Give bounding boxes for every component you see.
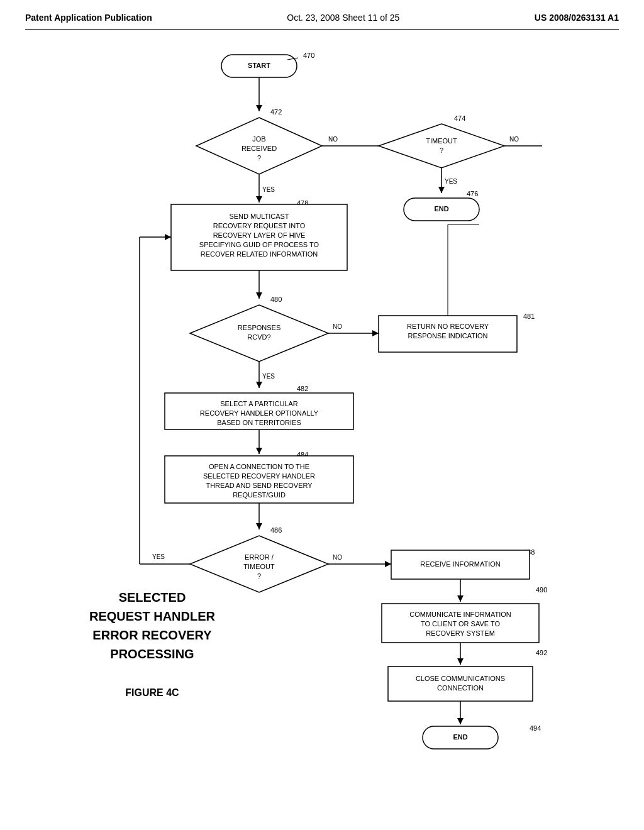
flowchart-svg: START 470 472 JOB RECEIVED ? NO 474 TIME… (26, 42, 618, 797)
svg-text:RCVD?: RCVD? (247, 333, 270, 341)
svg-text:RETURN NO RECOVERY: RETURN NO RECOVERY (407, 323, 489, 330)
svg-text:RECEIVED: RECEIVED (242, 145, 277, 152)
svg-text:COMMUNICATE INFORMATION: COMMUNICATE INFORMATION (409, 611, 511, 618)
svg-text:RESPONSE INDICATION: RESPONSE INDICATION (408, 332, 488, 340)
svg-marker-22 (438, 187, 445, 193)
svg-text:NO: NO (333, 323, 342, 330)
svg-text:RECOVERY REQUEST INTO: RECOVERY REQUEST INTO (213, 222, 306, 230)
svg-text:NO: NO (509, 136, 519, 143)
svg-text:490: 490 (536, 586, 547, 594)
svg-text:?: ? (440, 147, 443, 154)
svg-text:482: 482 (297, 385, 308, 392)
svg-text:NO: NO (328, 136, 338, 143)
svg-marker-28 (256, 196, 262, 202)
page: Patent Application Publication Oct. 23, … (0, 0, 644, 830)
svg-text:END: END (453, 733, 467, 741)
svg-text:RECOVERY SYSTEM: RECOVERY SYSTEM (426, 629, 495, 637)
svg-text:JOB: JOB (252, 135, 265, 143)
svg-text:RECOVERY HANDLER OPTIONALLY: RECOVERY HANDLER OPTIONALLY (200, 409, 319, 417)
svg-text:TO CLIENT OR SAVE TO: TO CLIENT OR SAVE TO (421, 620, 501, 628)
svg-text:SEND MULTICAST: SEND MULTICAST (229, 213, 289, 220)
svg-text:480: 480 (270, 296, 282, 303)
svg-marker-38 (256, 292, 262, 299)
svg-marker-69 (256, 523, 262, 529)
svg-text:YES: YES (262, 186, 275, 193)
svg-text:470: 470 (303, 52, 314, 59)
svg-text:476: 476 (467, 190, 478, 197)
svg-text:YES: YES (262, 373, 275, 380)
svg-text:472: 472 (270, 108, 282, 116)
svg-marker-44 (372, 330, 379, 336)
svg-text:SELECT A PARTICULAR: SELECT A PARTICULAR (220, 400, 298, 407)
page-header: Patent Application Publication Oct. 23, … (25, 13, 619, 30)
svg-text:START: START (248, 62, 270, 69)
diagram-container: START 470 472 JOB RECEIVED ? NO 474 TIME… (26, 42, 618, 797)
svg-text:492: 492 (536, 649, 547, 656)
svg-text:486: 486 (270, 526, 282, 534)
svg-text:ERROR RECOVERY: ERROR RECOVERY (92, 628, 212, 642)
svg-text:RECEIVE INFORMATION: RECEIVE INFORMATION (420, 560, 501, 568)
svg-marker-5 (256, 105, 262, 111)
svg-text:474: 474 (454, 114, 465, 122)
svg-text:FIGURE 4C: FIGURE 4C (125, 687, 179, 698)
svg-text:NO: NO (333, 554, 342, 561)
svg-marker-100 (457, 718, 464, 724)
svg-text:SPECIFYING GUID OF PROCESS TO: SPECIFYING GUID OF PROCESS TO (199, 241, 319, 248)
svg-text:ERROR /: ERROR / (245, 553, 274, 561)
svg-text:PROCESSING: PROCESSING (110, 647, 194, 661)
svg-text:REQUEST HANDLER: REQUEST HANDLER (89, 609, 216, 623)
svg-marker-81 (385, 561, 391, 567)
svg-text:RESPONSES: RESPONSES (238, 324, 280, 331)
svg-text:YES: YES (152, 553, 165, 560)
svg-text:END: END (434, 205, 448, 213)
svg-text:494: 494 (530, 724, 541, 732)
svg-text:CLOSE COMMUNICATIONS: CLOSE COMMUNICATIONS (416, 675, 505, 682)
header-center: Oct. 23, 2008 Sheet 11 of 25 (287, 13, 399, 23)
svg-marker-94 (457, 658, 464, 665)
svg-text:CONNECTION: CONNECTION (437, 684, 484, 692)
svg-marker-79 (165, 234, 171, 240)
svg-text:SELECTED RECOVERY HANDLER: SELECTED RECOVERY HANDLER (203, 472, 315, 480)
svg-text:?: ? (257, 154, 261, 162)
svg-text:TIMEOUT: TIMEOUT (426, 137, 457, 145)
svg-text:YES: YES (445, 178, 457, 185)
svg-text:BASED ON TERRITORIES: BASED ON TERRITORIES (217, 419, 301, 426)
svg-marker-61 (256, 448, 262, 454)
header-right: US 2008/0263131 A1 (535, 13, 619, 23)
svg-text:?: ? (257, 572, 261, 580)
svg-text:TIMEOUT: TIMEOUT (243, 563, 275, 570)
svg-text:OPEN A CONNECTION TO THE: OPEN A CONNECTION TO THE (209, 463, 309, 470)
svg-text:481: 481 (523, 313, 535, 320)
svg-marker-53 (256, 382, 262, 388)
header-left: Patent Application Publication (25, 13, 152, 23)
svg-text:RECOVERY LAYER OF HIVE: RECOVERY LAYER OF HIVE (213, 231, 306, 239)
svg-marker-87 (457, 595, 464, 602)
svg-text:REQUEST/GUID: REQUEST/GUID (233, 491, 286, 499)
svg-text:SELECTED: SELECTED (119, 590, 186, 604)
svg-text:RECOVER RELATED INFORMATION: RECOVER RELATED INFORMATION (201, 250, 318, 258)
svg-text:THREAD AND SEND RECOVERY: THREAD AND SEND RECOVERY (206, 482, 313, 489)
